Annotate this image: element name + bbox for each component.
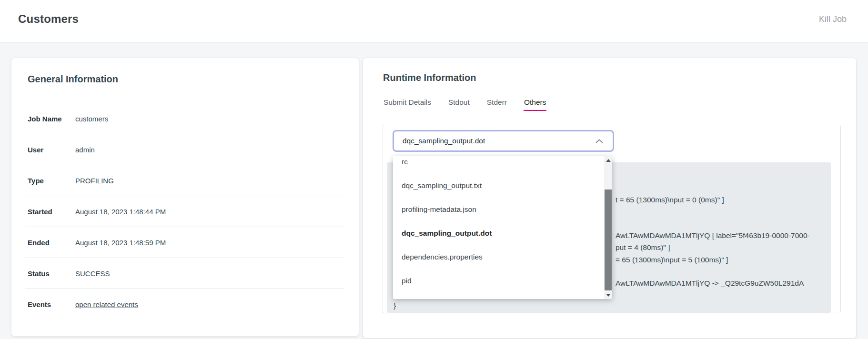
output-file-select-value: dqc_sampling_output.dot: [394, 137, 595, 145]
info-row-events: Events open related events: [25, 289, 344, 320]
tab-others[interactable]: Others: [524, 98, 547, 111]
info-row-user: User admin: [25, 134, 344, 165]
job-details-page: Customers Kill Job General Information J…: [0, 0, 868, 339]
info-label: Started: [28, 208, 75, 216]
info-row-ended: Ended August 18, 2023 1:48:59 PM: [25, 227, 344, 258]
general-information-title: General Information: [28, 74, 118, 85]
dropdown-option-dqc-sampling-output-dot[interactable]: dqc_sampling_output.dot: [393, 221, 604, 245]
info-value: customers: [75, 115, 108, 123]
info-label: Job Name: [28, 115, 75, 123]
info-label: Type: [28, 177, 75, 185]
output-file-dropdown-menu: rc dqc_sampling_output.txt profiling-met…: [393, 156, 612, 299]
code-fragment: }: [394, 299, 396, 311]
page-title: Customers: [18, 12, 79, 26]
info-label: Status: [28, 269, 75, 278]
dropdown-scrollbar-thumb[interactable]: [605, 189, 612, 290]
code-fragment: = 65 (1300ms)\nput = 5 (100ms)" ]: [616, 254, 728, 266]
output-file-select[interactable]: dqc_sampling_output.dot: [393, 130, 614, 152]
runtime-tabs: Submit Details Stdout Stderr Others: [383, 98, 546, 111]
info-row-type: Type PROFILING: [25, 165, 344, 196]
general-information-rows: Job Name customers User admin Type PROFI…: [25, 103, 344, 320]
info-row-job-name: Job Name customers: [25, 103, 344, 134]
info-value: PROFILING: [75, 177, 114, 185]
tab-submit-details[interactable]: Submit Details: [383, 98, 432, 111]
kill-job-button[interactable]: Kill Job: [819, 14, 847, 24]
scroll-down-arrow-icon[interactable]: [604, 291, 612, 299]
info-row-started: Started August 18, 2023 1:48:44 PM: [25, 196, 344, 227]
info-value: admin: [75, 146, 95, 154]
dropdown-option-list: rc dqc_sampling_output.txt profiling-met…: [393, 156, 604, 293]
chevron-up-icon: [595, 139, 603, 143]
code-fragment: put = 4 (80ms)" ]: [616, 241, 670, 253]
info-label: Ended: [28, 239, 75, 247]
info-value: August 18, 2023 1:48:44 PM: [75, 208, 166, 216]
page-header: Customers Kill Job: [0, 0, 868, 43]
dropdown-option-dqc-sampling-output-txt[interactable]: dqc_sampling_output.txt: [393, 174, 604, 198]
code-fragment: AwLTAwMDAwMDA1MTljYQ [ label="5f463b19-0…: [616, 229, 810, 241]
code-fragment: AwLTAwMDAwMDA1MTljYQ -> _Q29tcG9uZW50L29…: [616, 277, 804, 289]
code-fragment: t = 65 (1300ms)\nput = 0 (0ms)" ]: [616, 194, 724, 206]
dropdown-option-dependencies-properties[interactable]: dependencies.properties: [393, 245, 604, 269]
info-label: User: [28, 146, 75, 154]
runtime-information-title: Runtime Information: [383, 72, 476, 83]
scroll-up-arrow-icon[interactable]: [604, 156, 612, 164]
info-row-status: Status SUCCESS: [25, 258, 344, 289]
dropdown-option-profiling-metadata-json[interactable]: profiling-metadata.json: [393, 198, 604, 221]
info-value: August 18, 2023 1:48:59 PM: [75, 239, 166, 247]
dropdown-option-rc[interactable]: rc: [393, 156, 604, 174]
general-information-card: General Information Job Name customers U…: [11, 58, 359, 336]
tab-stdout[interactable]: Stdout: [448, 98, 470, 111]
info-label: Events: [28, 300, 75, 309]
tab-stderr[interactable]: Stderr: [486, 98, 507, 111]
open-related-events-link[interactable]: open related events: [75, 300, 138, 309]
dropdown-scrollbar[interactable]: [604, 156, 612, 299]
status-value: SUCCESS: [75, 269, 110, 278]
dropdown-option-pid[interactable]: pid: [393, 269, 604, 293]
